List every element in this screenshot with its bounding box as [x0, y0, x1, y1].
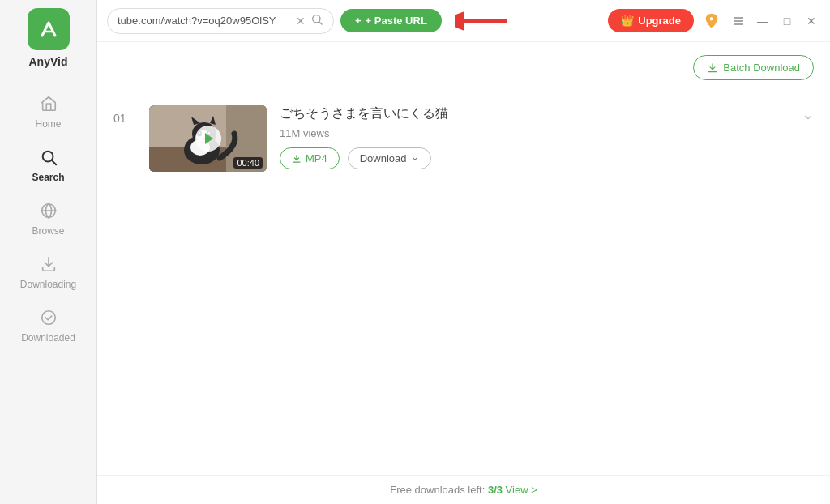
upgrade-button[interactable]: 👑 Upgrade: [608, 9, 694, 32]
batch-download-label: Batch Download: [723, 62, 800, 74]
footer-view-link[interactable]: View >: [506, 484, 537, 496]
home-label: Home: [35, 118, 61, 130]
downloaded-label: Downloaded: [21, 332, 75, 344]
sidebar-item-downloaded[interactable]: Downloaded: [0, 298, 96, 352]
download-button[interactable]: Download: [348, 147, 431, 169]
app-name: AnyVid: [29, 55, 68, 68]
mp4-button[interactable]: MP4: [280, 147, 340, 169]
video-duration: 00:40: [233, 157, 263, 169]
downloading-icon: [37, 253, 60, 275]
svg-point-3: [41, 311, 55, 325]
footer: Free downloads left: 3/3 View >: [97, 475, 830, 504]
sidebar: AnyVid Home Search Browse: [0, 0, 97, 504]
sidebar-item-browse[interactable]: Browse: [0, 191, 96, 245]
home-icon: [37, 92, 60, 115]
paste-url-button[interactable]: + + Paste URL: [340, 9, 442, 32]
svg-line-5: [319, 21, 322, 23]
app-logo: [28, 8, 70, 50]
upgrade-label: Upgrade: [638, 15, 681, 27]
video-number: 01: [113, 105, 136, 125]
main-area: tube.com/watch?v=oq20w95OlSY ✕ + + Paste…: [97, 0, 830, 504]
footer-count: 3/3: [488, 484, 503, 496]
paste-plus-icon: +: [355, 15, 362, 27]
crown-icon: 👑: [621, 15, 634, 27]
url-search-icon[interactable]: [310, 13, 323, 29]
content-area: Batch Download 01: [97, 42, 830, 475]
search-icon: [37, 146, 60, 169]
video-info: ごちそうさまを言いにくる猫 11M views MP4 Download: [280, 105, 789, 169]
downloaded-icon: [37, 306, 60, 329]
menu-button[interactable]: [729, 12, 747, 30]
video-views: 11M views: [280, 127, 789, 139]
url-text: tube.com/watch?v=oq20w95OlSY: [118, 15, 291, 27]
svg-point-8: [710, 16, 714, 20]
play-triangle-icon: [205, 133, 213, 144]
downloading-label: Downloading: [20, 279, 76, 290]
maximize-button[interactable]: □: [778, 12, 796, 30]
mp4-label: MP4: [306, 152, 327, 164]
video-thumbnail[interactable]: 00:40: [149, 105, 267, 172]
video-title: ごちそうさまを言いにくる猫: [280, 105, 789, 122]
footer-text: Free downloads left:: [390, 484, 488, 496]
url-bar: tube.com/watch?v=oq20w95OlSY ✕: [107, 8, 334, 34]
browse-label: Browse: [32, 225, 64, 237]
url-clear-button[interactable]: ✕: [296, 15, 306, 27]
batch-download-button[interactable]: Batch Download: [693, 55, 814, 80]
browse-icon: [37, 199, 60, 222]
sidebar-item-search[interactable]: Search: [0, 138, 96, 191]
sidebar-item-downloading[interactable]: Downloading: [0, 245, 96, 298]
close-button[interactable]: ✕: [802, 12, 820, 30]
svg-line-1: [52, 160, 56, 164]
paste-url-label: + Paste URL: [366, 15, 427, 27]
logo-container: AnyVid: [28, 8, 70, 68]
search-tool-icon[interactable]: [700, 10, 723, 32]
play-button[interactable]: [195, 126, 221, 152]
arrow-pointer: [455, 9, 511, 33]
video-actions: MP4 Download: [280, 147, 789, 169]
sidebar-item-home[interactable]: Home: [0, 84, 96, 138]
expand-icon[interactable]: [802, 105, 814, 126]
minimize-button[interactable]: —: [754, 12, 772, 30]
video-result-row: 01: [113, 96, 814, 182]
search-label: Search: [32, 172, 64, 183]
title-bar: tube.com/watch?v=oq20w95OlSY ✕ + + Paste…: [97, 0, 830, 42]
download-label: Download: [360, 152, 407, 164]
